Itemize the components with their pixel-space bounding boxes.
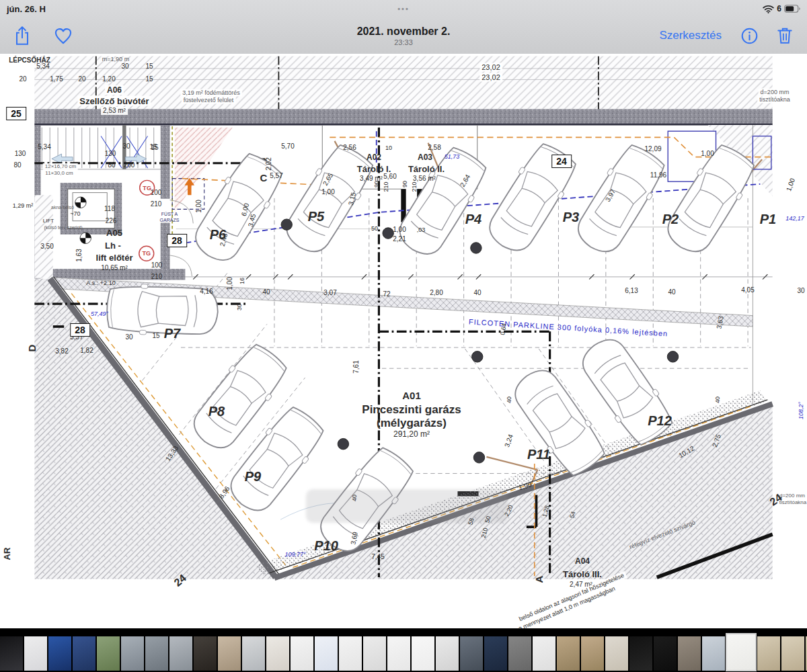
- toolbar: 2021. november 2. 23:33 Szerkesztés: [0, 17, 807, 54]
- thumbnail[interactable]: [145, 636, 168, 671]
- thumbnail[interactable]: [291, 636, 313, 671]
- tg-marker: TG: [140, 180, 155, 195]
- photo-viewer-floor-plan[interactable]: TGTG LÉPCSŐHÁZm=1,90 m5,343015201,75201,…: [0, 54, 807, 628]
- thumbnail[interactable]: [169, 636, 192, 671]
- thumbnail-strip[interactable]: [0, 628, 807, 672]
- thumbnail[interactable]: [757, 636, 780, 671]
- thumbnail[interactable]: [218, 636, 241, 671]
- thumbnail[interactable]: [605, 636, 628, 671]
- thumbnail[interactable]: [363, 636, 386, 671]
- level-symbol: [80, 233, 91, 243]
- column-dot: [281, 219, 292, 230]
- floor-plan-drawing: TGTG: [0, 54, 807, 628]
- favorite-button[interactable]: [51, 24, 75, 47]
- thumbnail-selected[interactable]: [726, 634, 756, 671]
- thumbnail[interactable]: [97, 636, 120, 671]
- column-dot: [383, 228, 393, 239]
- thumbnail[interactable]: [629, 636, 652, 671]
- share-icon: [13, 25, 31, 46]
- thumbnail[interactable]: [73, 636, 95, 671]
- thumbnail[interactable]: [654, 636, 677, 671]
- thumbnail[interactable]: [533, 636, 555, 671]
- column-dot: [471, 243, 482, 253]
- level-symbol: [75, 197, 86, 208]
- thumbnail[interactable]: [266, 636, 289, 671]
- thumbnail[interactable]: [48, 636, 71, 671]
- share-button[interactable]: [11, 22, 34, 49]
- thumbnail[interactable]: [702, 636, 725, 671]
- thumbnail[interactable]: [242, 636, 265, 671]
- thumbnail[interactable]: [460, 636, 483, 671]
- car-outline: [106, 283, 219, 337]
- column-dot: [667, 351, 678, 362]
- thumbnail[interactable]: [412, 636, 434, 671]
- photos-app: jún. 26. H ••• 6: [0, 0, 807, 672]
- heart-icon: [54, 27, 73, 44]
- thumbnail[interactable]: [557, 636, 580, 671]
- thumbnail[interactable]: [194, 636, 217, 671]
- thumbnail[interactable]: [0, 636, 23, 671]
- thumbnail[interactable]: [339, 636, 362, 671]
- home-grabber-dots: •••: [0, 5, 807, 13]
- thumbnail[interactable]: [315, 636, 338, 671]
- column-dot: [338, 438, 348, 449]
- column-dot: [473, 452, 484, 463]
- svg-text:TG: TG: [143, 185, 151, 192]
- upper-floor-hatch: [34, 56, 772, 110]
- top-chrome: jún. 26. H ••• 6: [0, 0, 807, 54]
- top-wall: [34, 109, 772, 124]
- svg-text:TG: TG: [142, 250, 151, 257]
- status-bar: jún. 26. H ••• 6: [0, 0, 807, 17]
- thumbnail[interactable]: [24, 636, 47, 671]
- watermark: [306, 489, 508, 523]
- thumbnail[interactable]: [581, 636, 604, 671]
- thumbnail[interactable]: [387, 636, 410, 671]
- thumbnail[interactable]: [121, 636, 144, 671]
- thumbnail[interactable]: [484, 636, 507, 671]
- tg-marker: TG: [139, 246, 154, 261]
- info-button[interactable]: [738, 24, 761, 48]
- trash-icon: [776, 26, 794, 45]
- thumbnail[interactable]: [508, 636, 531, 671]
- delete-button[interactable]: [773, 24, 796, 48]
- thumbnail[interactable]: [678, 636, 701, 671]
- column-dot: [472, 351, 483, 362]
- info-icon: [740, 27, 759, 45]
- thumbnail[interactable]: [781, 636, 804, 671]
- thumbnail[interactable]: [436, 636, 459, 671]
- edit-button[interactable]: Szerkesztés: [655, 28, 726, 43]
